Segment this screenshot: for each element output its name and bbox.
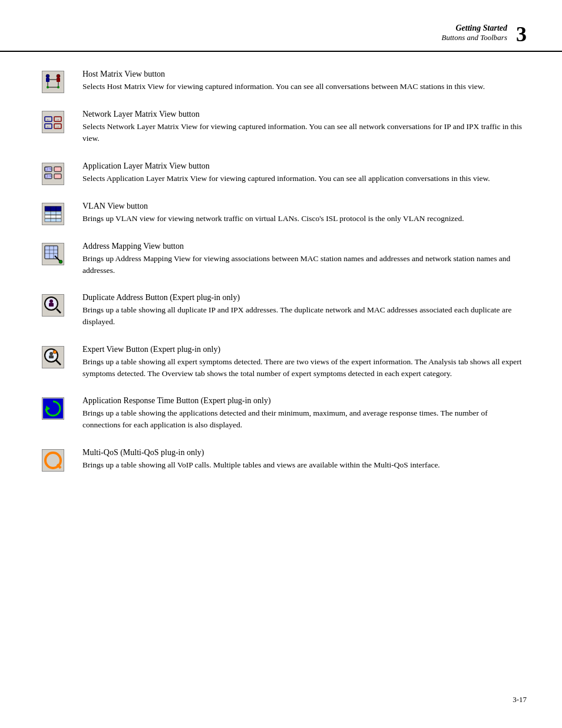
svg-point-3: [57, 74, 60, 78]
expert-view-icon: [42, 346, 64, 368]
text-cell-dup-addr: Duplicate Address Button (Expert plug-in…: [71, 293, 527, 328]
entry-desc-network-layer: Selects Network Layer Matrix View for vi…: [82, 121, 527, 145]
svg-rect-29: [45, 212, 61, 215]
entry-desc-addr-mapping: Brings up Address Mapping View for viewi…: [82, 253, 527, 277]
network-layer-icon: ← → ← →: [42, 111, 64, 133]
svg-rect-28: [45, 206, 61, 211]
app-layer-icon: □→ □→: [42, 163, 64, 185]
entry-desc-app-layer: Selects Application Layer Matrix View fo…: [82, 173, 527, 185]
svg-rect-0: [43, 72, 63, 92]
entry-desc-expert-view: Brings up a table showing all expert sym…: [82, 356, 527, 380]
entry-desc-vlan: Brings up VLAN view for viewing network …: [82, 213, 527, 225]
entry-title-vlan: VLAN View button: [82, 202, 527, 211]
text-cell-expert-view: Expert View Button (Expert plug-in only)…: [71, 345, 527, 380]
text-cell-app-layer: Application Layer Matrix View button Sel…: [71, 162, 527, 185]
icon-cell-dup-addr: [35, 293, 71, 317]
content-area: Host Matrix View button Selects Host Mat…: [0, 52, 562, 523]
text-cell-host-matrix: Host Matrix View button Selects Host Mat…: [71, 70, 527, 93]
icon-cell-expert-view: [35, 345, 71, 368]
page-footer: 3-17: [513, 695, 527, 704]
svg-point-45: [49, 299, 53, 303]
addr-mapping-icon: [42, 243, 64, 265]
entry-addr-mapping: Address Mapping View button Brings up Ad…: [35, 242, 527, 277]
svg-text:→: →: [56, 124, 60, 129]
svg-rect-25: [54, 167, 61, 172]
chapter-number: 3: [516, 24, 527, 45]
page: Getting Started Buttons and Toolbars 3: [0, 0, 562, 728]
app-response-icon: [42, 397, 64, 420]
entry-dup-addr: Duplicate Address Button (Expert plug-in…: [35, 293, 527, 328]
entry-vlan: VLAN View button Brings up VLAN view for…: [35, 202, 527, 225]
svg-text:←: ←: [47, 117, 51, 122]
icon-cell-vlan: [35, 202, 71, 225]
header-subtitle: Buttons and Toolbars: [442, 33, 508, 42]
entry-title-app-response: Application Response Time Button (Expert…: [82, 396, 527, 406]
entry-desc-dup-addr: Brings up a table showing all duplicate …: [82, 304, 527, 328]
entry-title-network-layer: Network Layer Matrix View button: [82, 110, 527, 119]
text-cell-vlan: VLAN View button Brings up VLAN view for…: [71, 202, 527, 225]
header-text-block: Getting Started Buttons and Toolbars: [442, 24, 508, 45]
entry-title-dup-addr: Duplicate Address Button (Expert plug-in…: [82, 293, 527, 302]
icon-cell-app-response: [35, 396, 71, 420]
svg-point-41: [59, 260, 62, 263]
host-matrix-icon: [42, 71, 64, 93]
svg-rect-46: [49, 303, 54, 307]
entry-title-host-matrix: Host Matrix View button: [82, 70, 527, 79]
entry-desc-host-matrix: Selects Host Matrix View for viewing cap…: [82, 81, 527, 93]
svg-point-1: [46, 74, 49, 78]
svg-text:□→: □→: [45, 173, 52, 179]
dup-addr-icon: [42, 294, 64, 317]
svg-point-51: [49, 352, 53, 355]
entry-multi-qos: Multi-QoS (Multi-QoS plug-in only) Bring…: [35, 448, 527, 472]
entry-expert-view: Expert View Button (Expert plug-in only)…: [35, 345, 527, 380]
icon-cell-network-layer: ← → ← →: [35, 110, 71, 133]
svg-rect-31: [45, 219, 61, 222]
multi-qos-icon: [42, 449, 64, 472]
svg-point-10: [57, 86, 59, 88]
icon-cell-app-layer: □→ □→: [35, 162, 71, 185]
entry-desc-multi-qos: Brings up a table showing all VoIP calls…: [82, 459, 527, 471]
svg-rect-4: [57, 78, 60, 82]
svg-point-9: [47, 86, 49, 88]
text-cell-network-layer: Network Layer Matrix View button Selects…: [71, 110, 527, 145]
entry-network-layer: ← → ← → Network Layer Matrix View button…: [35, 110, 527, 145]
svg-rect-2: [46, 78, 49, 82]
icon-cell-addr-mapping: [35, 242, 71, 265]
header-title: Getting Started: [442, 24, 508, 33]
page-number: 3-17: [513, 695, 527, 704]
svg-text:□→: □→: [45, 166, 52, 172]
svg-rect-52: [49, 355, 54, 358]
svg-text:→: →: [56, 117, 60, 122]
entry-desc-app-response: Brings up a table showing the applicatio…: [82, 407, 527, 431]
text-cell-addr-mapping: Address Mapping View button Brings up Ad…: [71, 242, 527, 277]
svg-rect-26: [54, 174, 61, 179]
text-cell-app-response: Application Response Time Button (Expert…: [71, 396, 527, 431]
entry-app-layer: □→ □→ Application Layer Matrix View butt…: [35, 162, 527, 185]
svg-text:←: ←: [47, 124, 51, 129]
icon-cell-multi-qos: [35, 448, 71, 472]
svg-point-54: [53, 350, 57, 354]
vlan-icon: [42, 203, 64, 225]
page-header: Getting Started Buttons and Toolbars 3: [0, 0, 562, 52]
icon-cell-host-matrix: [35, 70, 71, 93]
entry-title-multi-qos: Multi-QoS (Multi-QoS plug-in only): [82, 448, 527, 457]
text-cell-multi-qos: Multi-QoS (Multi-QoS plug-in only) Bring…: [71, 448, 527, 471]
svg-rect-30: [45, 215, 61, 218]
entry-title-app-layer: Application Layer Matrix View button: [82, 162, 527, 171]
entry-app-response: Application Response Time Button (Expert…: [35, 396, 527, 431]
entry-title-expert-view: Expert View Button (Expert plug-in only): [82, 345, 527, 354]
entry-title-addr-mapping: Address Mapping View button: [82, 242, 527, 251]
entry-host-matrix: Host Matrix View button Selects Host Mat…: [35, 70, 527, 93]
